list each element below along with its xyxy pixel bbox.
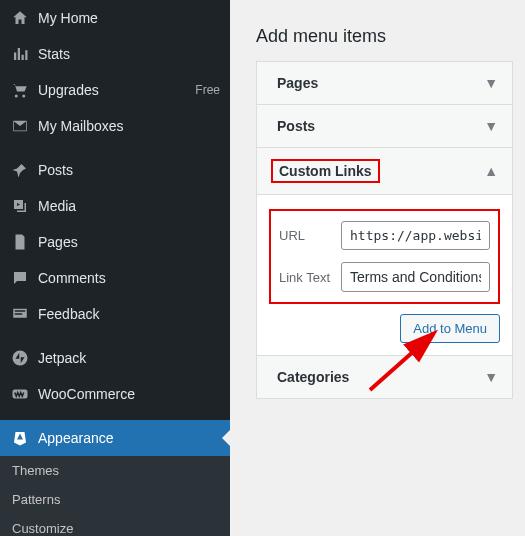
- sidebar-item-label: My Home: [38, 10, 220, 26]
- sidebar-item-jetpack[interactable]: Jetpack: [0, 340, 230, 376]
- sidebar-item-my-home[interactable]: My Home: [0, 0, 230, 36]
- sidebar-item-appearance[interactable]: Appearance: [0, 420, 230, 456]
- sidebar-item-comments[interactable]: Comments: [0, 260, 230, 296]
- url-field-row: URL: [279, 221, 490, 250]
- sidebar-item-label: My Mailboxes: [38, 118, 220, 134]
- sidebar-item-label: Appearance: [38, 430, 220, 446]
- sidebar-separator: [0, 412, 230, 420]
- sidebar-item-media[interactable]: Media: [0, 188, 230, 224]
- sidebar-separator: [0, 144, 230, 152]
- chevron-up-icon: ▲: [484, 163, 498, 179]
- submenu-label: Themes: [12, 463, 59, 478]
- sidebar-item-label: Upgrades: [38, 82, 195, 98]
- sidebar-item-stats[interactable]: Stats: [0, 36, 230, 72]
- submenu-item-themes[interactable]: Themes: [0, 456, 230, 485]
- sidebar-item-label: Jetpack: [38, 350, 220, 366]
- accordion-label: Custom Links: [271, 159, 380, 183]
- url-field-label: URL: [279, 228, 341, 243]
- mail-icon: [10, 116, 30, 136]
- add-to-menu-button[interactable]: Add to Menu: [400, 314, 500, 343]
- accordion-label: Pages: [271, 73, 324, 93]
- sidebar-item-label: Feedback: [38, 306, 220, 322]
- home-icon: [10, 8, 30, 28]
- sidebar-item-label: Media: [38, 198, 220, 214]
- submenu-item-patterns[interactable]: Patterns: [0, 485, 230, 514]
- link-text-field-label: Link Text: [279, 270, 341, 285]
- submenu-label: Customize: [12, 521, 73, 536]
- section-title: Add menu items: [256, 26, 513, 47]
- sidebar-item-label: Pages: [38, 234, 220, 250]
- admin-sidebar: My Home Stats Upgrades Free My Mailboxes…: [0, 0, 230, 536]
- page-icon: [10, 232, 30, 252]
- media-icon: [10, 196, 30, 216]
- svg-point-0: [13, 351, 28, 366]
- chevron-down-icon: ▼: [484, 369, 498, 385]
- highlight-box: URL Link Text: [269, 209, 500, 304]
- custom-links-panel: URL Link Text Add to Menu: [257, 195, 512, 356]
- submenu-item-customize[interactable]: Customize: [0, 514, 230, 536]
- chevron-down-icon: ▼: [484, 75, 498, 91]
- sidebar-item-pages[interactable]: Pages: [0, 224, 230, 260]
- accordion-label: Posts: [271, 116, 321, 136]
- accordion-posts[interactable]: Posts ▼: [257, 105, 512, 148]
- pin-icon: [10, 160, 30, 180]
- sidebar-item-feedback[interactable]: Feedback: [0, 296, 230, 332]
- main-panel: Add menu items Pages ▼ Posts ▼ Custom Li…: [230, 0, 525, 536]
- comment-icon: [10, 268, 30, 288]
- sidebar-item-mailboxes[interactable]: My Mailboxes: [0, 108, 230, 144]
- sidebar-item-label: Comments: [38, 270, 220, 286]
- sidebar-item-label: WooCommerce: [38, 386, 220, 402]
- submenu-label: Patterns: [12, 492, 60, 507]
- accordion-label: Categories: [271, 367, 355, 387]
- chevron-down-icon: ▼: [484, 118, 498, 134]
- sidebar-item-label: Stats: [38, 46, 220, 62]
- menu-items-accordion: Pages ▼ Posts ▼ Custom Links ▲ URL Link …: [256, 61, 513, 399]
- link-text-field-row: Link Text: [279, 262, 490, 292]
- feedback-icon: [10, 304, 30, 324]
- panel-actions: Add to Menu: [269, 314, 500, 343]
- url-input[interactable]: [341, 221, 490, 250]
- stats-icon: [10, 44, 30, 64]
- cart-icon: [10, 80, 30, 100]
- sidebar-item-posts[interactable]: Posts: [0, 152, 230, 188]
- accordion-categories[interactable]: Categories ▼: [257, 356, 512, 398]
- link-text-input[interactable]: [341, 262, 490, 292]
- sidebar-item-upgrades[interactable]: Upgrades Free: [0, 72, 230, 108]
- accordion-custom-links[interactable]: Custom Links ▲: [257, 148, 512, 195]
- upgrades-badge: Free: [195, 83, 220, 97]
- sidebar-item-label: Posts: [38, 162, 220, 178]
- sidebar-separator: [0, 332, 230, 340]
- jetpack-icon: [10, 348, 30, 368]
- accordion-pages[interactable]: Pages ▼: [257, 62, 512, 105]
- woocommerce-icon: [10, 384, 30, 404]
- appearance-icon: [10, 428, 30, 448]
- sidebar-item-woocommerce[interactable]: WooCommerce: [0, 376, 230, 412]
